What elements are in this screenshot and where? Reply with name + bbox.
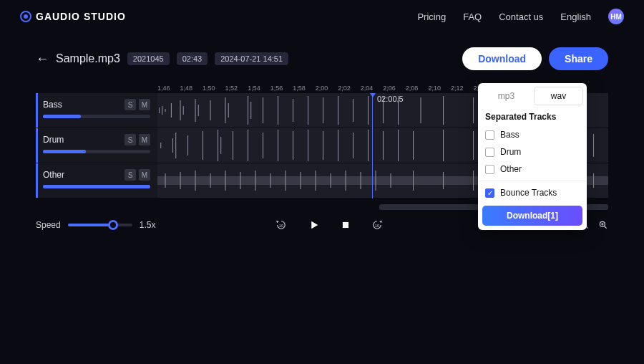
svg-rect-0 — [159, 107, 160, 113]
speed-slider[interactable] — [68, 224, 132, 226]
svg-rect-1 — [162, 106, 162, 115]
svg-rect-63 — [255, 171, 256, 191]
svg-rect-70 — [361, 172, 361, 189]
svg-rect-8 — [210, 100, 211, 120]
svg-rect-62 — [240, 172, 241, 189]
svg-rect-81 — [343, 222, 348, 228]
svg-rect-67 — [316, 171, 316, 191]
svg-rect-68 — [331, 173, 331, 188]
svg-rect-59 — [195, 171, 196, 191]
download-button[interactable]: Download — [462, 47, 542, 70]
checkbox-icon — [485, 165, 494, 174]
track-option-drum[interactable]: Drum — [478, 143, 587, 161]
svg-rect-75 — [473, 171, 474, 191]
svg-rect-71 — [376, 171, 376, 191]
svg-rect-30 — [160, 143, 161, 148]
format-tab-mp3[interactable]: mp3 — [482, 87, 530, 105]
svg-rect-34 — [203, 131, 203, 160]
forward-10-icon[interactable]: 10 — [371, 219, 384, 231]
svg-rect-25 — [473, 97, 474, 123]
popover-title: Separated Tracks — [478, 109, 587, 126]
svg-rect-32 — [175, 133, 176, 158]
stop-icon[interactable] — [341, 220, 351, 230]
track-name: Drum — [43, 135, 64, 145]
svg-rect-20 — [368, 96, 369, 125]
svg-rect-23 — [421, 97, 421, 123]
svg-text:10: 10 — [375, 224, 379, 228]
nav-language[interactable]: English — [560, 11, 591, 22]
share-button[interactable]: Share — [549, 47, 608, 70]
mute-button[interactable]: M — [139, 99, 150, 110]
svg-rect-69 — [346, 171, 346, 191]
svg-rect-64 — [270, 173, 271, 188]
bounce-tracks-option[interactable]: ✓Bounce Tracks — [478, 184, 587, 201]
volume-slider[interactable] — [43, 185, 150, 188]
svg-rect-37 — [233, 131, 233, 160]
svg-rect-6 — [195, 99, 196, 122]
playhead-time: 02:00,5 — [377, 95, 404, 103]
svg-rect-35 — [218, 130, 218, 161]
svg-rect-12 — [250, 102, 251, 119]
nav-contact[interactable]: Contact us — [499, 11, 543, 22]
svg-rect-10 — [228, 103, 229, 118]
rewind-10-icon[interactable]: 10 — [275, 219, 288, 231]
svg-rect-33 — [187, 135, 188, 155]
solo-button[interactable]: S — [125, 134, 136, 145]
svg-rect-3 — [171, 103, 172, 118]
svg-rect-40 — [278, 130, 278, 161]
svg-rect-73 — [413, 171, 414, 191]
mute-button[interactable]: M — [139, 134, 150, 145]
checkbox-checked-icon: ✓ — [485, 188, 494, 198]
avatar[interactable]: HM — [608, 9, 624, 24]
zoom-in-icon[interactable] — [598, 220, 608, 230]
svg-rect-9 — [225, 97, 226, 123]
svg-rect-16 — [308, 96, 308, 125]
svg-rect-49 — [413, 131, 414, 160]
svg-rect-14 — [278, 96, 278, 125]
track-name: Bass — [43, 100, 62, 110]
svg-rect-41 — [293, 131, 293, 160]
speed-value: 1.5x — [140, 220, 156, 230]
brand-logo[interactable]: GAUDIO STUDIO — [20, 11, 126, 22]
svg-rect-57 — [165, 173, 166, 188]
svg-rect-72 — [391, 173, 391, 188]
chip-timestamp: 2024-07-21 14:51 — [215, 52, 288, 65]
svg-rect-11 — [248, 96, 248, 125]
svg-rect-55 — [593, 134, 594, 157]
play-icon[interactable] — [308, 219, 321, 231]
svg-rect-60 — [210, 173, 211, 188]
svg-rect-13 — [263, 97, 263, 123]
svg-rect-31 — [172, 138, 173, 153]
svg-rect-61 — [225, 171, 226, 191]
format-tab-wav[interactable]: wav — [535, 87, 582, 105]
svg-rect-36 — [220, 137, 221, 154]
svg-rect-42 — [308, 130, 308, 161]
popover-download-button[interactable]: Download[1] — [482, 206, 582, 226]
checkbox-icon — [485, 148, 494, 157]
svg-rect-46 — [368, 130, 369, 161]
solo-button[interactable]: S — [125, 169, 136, 181]
svg-rect-38 — [248, 130, 248, 161]
svg-line-87 — [605, 226, 607, 229]
nav-faq[interactable]: FAQ — [463, 11, 482, 22]
volume-slider[interactable] — [43, 150, 150, 153]
download-popover: mp3 wav Separated Tracks Bass Drum Other… — [478, 83, 587, 230]
brand-text: GAUDIO STUDIO — [36, 11, 126, 22]
svg-rect-2 — [165, 109, 166, 112]
svg-rect-4 — [180, 100, 181, 120]
svg-rect-19 — [353, 99, 353, 122]
nav-pricing[interactable]: Pricing — [417, 11, 446, 22]
track-option-other[interactable]: Other — [478, 161, 587, 178]
svg-rect-24 — [443, 96, 444, 125]
svg-rect-48 — [398, 130, 399, 161]
playhead[interactable]: 02:00,5 — [372, 95, 373, 198]
back-arrow-icon[interactable]: ← — [36, 52, 49, 67]
mute-button[interactable]: M — [139, 169, 150, 181]
svg-rect-39 — [263, 133, 263, 158]
track-option-bass[interactable]: Bass — [478, 126, 587, 143]
volume-slider[interactable] — [43, 115, 150, 118]
svg-rect-18 — [338, 96, 338, 125]
solo-button[interactable]: S — [125, 99, 136, 110]
track-name: Other — [43, 170, 64, 180]
checkbox-icon — [485, 130, 494, 140]
